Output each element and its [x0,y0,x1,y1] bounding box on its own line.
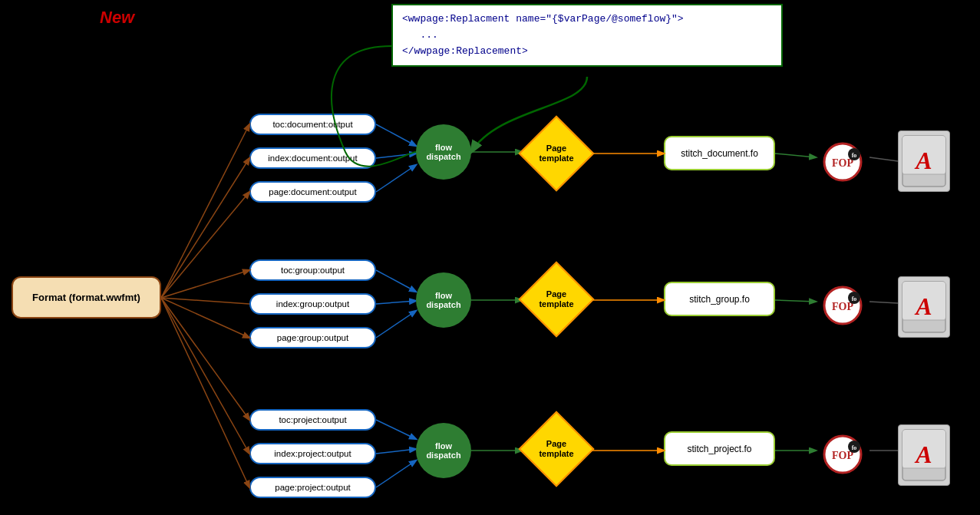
pill-g3-index: index:project:output [249,443,376,464]
pdf-icon-1: A [898,130,950,192]
svg-line-45 [775,300,816,302]
svg-line-39 [869,157,898,161]
svg-line-42 [376,311,416,338]
svg-line-29 [161,298,249,338]
svg-line-31 [161,298,249,454]
flow-dispatch-3: flowdispatch [416,423,471,478]
code-line-2: ... [402,28,772,44]
svg-line-24 [161,124,249,298]
svg-line-41 [376,301,416,304]
format-label: Format (format.wwfmt) [32,292,140,303]
svg-line-32 [161,298,249,487]
page-template-diamond-3: Pagetemplate [522,414,591,484]
svg-line-35 [376,165,416,192]
code-line-1: <wwpage:Replacment name="{$varPage/@some… [402,12,772,28]
svg-text:fo: fo [852,444,857,451]
flow-dispatch-2: flowdispatch [416,272,471,328]
svg-line-27 [161,270,249,298]
page-template-diamond-1: Pagetemplate [522,119,591,188]
pill-g2-page: page:group:output [249,327,376,348]
code-box: <wwpage:Replacment name="{$varPage/@some… [391,4,783,67]
pdf-icon-2: A [898,276,950,338]
svg-line-46 [869,302,898,303]
fop-icon-1: FOP fo [816,140,869,183]
svg-text:A: A [914,147,932,174]
svg-line-48 [376,449,416,454]
pill-g2-toc: toc:group:output [249,259,376,281]
svg-line-33 [376,124,416,146]
pill-g3-page: page:project:output [249,477,376,498]
svg-line-49 [376,461,416,487]
pill-g1-index: index:document:output [249,147,376,169]
svg-line-28 [161,298,249,304]
svg-text:fo: fo [852,152,857,159]
new-label: New [100,8,134,28]
svg-line-30 [161,298,249,420]
svg-line-38 [775,154,816,157]
pill-g1-toc: toc:document:output [249,114,376,135]
stitch-box-2: stitch_group.fo [664,282,775,316]
fop-icon-2: FOP fo [816,284,869,326]
page-template-diamond-2: Pagetemplate [522,265,591,334]
format-box: Format (format.wwfmt) [12,276,161,319]
svg-text:A: A [914,441,932,468]
svg-line-47 [376,420,416,439]
svg-line-25 [161,158,249,298]
flow-dispatch-1: flowdispatch [416,124,471,180]
svg-text:fo: fo [852,295,857,302]
svg-line-26 [161,192,249,298]
main-canvas: { "new_label": "New", "code_box": { "lin… [0,0,980,515]
code-line-3: </wwpage:Replacement> [402,44,772,60]
svg-line-40 [376,270,416,292]
pill-g1-page: page:document:output [249,181,376,203]
stitch-box-1: stitch_document.fo [664,136,775,170]
svg-line-34 [376,154,416,158]
fop-icon-3: FOP fo [816,433,869,475]
pill-g3-toc: toc:project:output [249,409,376,431]
pdf-icon-3: A [898,424,950,486]
svg-text:A: A [914,292,932,320]
stitch-box-3: stitch_project.fo [664,431,775,466]
pill-g2-index: index:group:output [249,293,376,315]
